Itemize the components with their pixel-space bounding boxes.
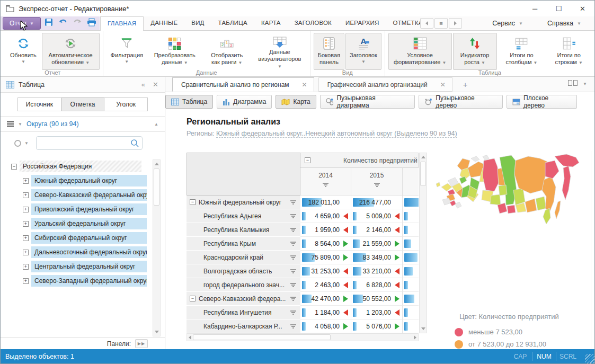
conditional-formatting-button[interactable]: Условное форматирование ▼: [388, 33, 452, 70]
filter-icon[interactable]: [290, 297, 296, 301]
maximize-icon[interactable]: ☐: [547, 1, 571, 16]
value-cell-2015[interactable]: 216 477,00: [351, 196, 403, 209]
tab-corner[interactable]: Уголок: [104, 97, 148, 111]
value-cell-2015[interactable]: 50 552,00: [351, 292, 403, 306]
filter-icon[interactable]: [290, 200, 296, 205]
scroll-down-icon[interactable]: [420, 325, 427, 333]
show-as-ranks-button[interactable]: 213 Отобразить как ранги ▼: [202, 33, 251, 70]
value-cell-partial[interactable]: [403, 306, 419, 319]
scroll-down-icon[interactable]: [153, 328, 160, 336]
view-table-button[interactable]: Таблица: [165, 95, 213, 109]
row-header-cell[interactable]: город федерального знач...: [187, 278, 300, 292]
scroll-up-icon[interactable]: [153, 160, 160, 168]
filter-icon[interactable]: [290, 310, 296, 315]
panels-expand-button[interactable]: ▶▶: [135, 339, 148, 348]
value-cell-2015[interactable]: 6 828,00: [351, 278, 403, 292]
table-row[interactable]: Кабардино-Балкарская Р...4 058,005 076,0…: [187, 319, 419, 333]
subtitle-link[interactable]: Южный федеральный округ..Ненецкий автоно…: [216, 130, 457, 138]
table-group-header[interactable]: − Количество предприятий: [300, 153, 419, 168]
value-cell-partial[interactable]: [403, 264, 419, 278]
value-cell-2015[interactable]: 2 146,00: [351, 223, 403, 237]
table-row[interactable]: Краснодарский край75 809,0083 349,00: [187, 251, 419, 264]
expand-icon[interactable]: +: [23, 207, 29, 212]
value-cell-2014[interactable]: 42 470,00: [300, 292, 351, 306]
row-header-cell[interactable]: Волгоградская область: [187, 264, 300, 278]
help-menu[interactable]: Справка▼: [547, 16, 581, 30]
print-button[interactable]: [87, 17, 96, 27]
column-header-2015[interactable]: 2015: [351, 168, 403, 196]
expand-icon[interactable]: +: [23, 178, 29, 184]
search-input[interactable]: [37, 137, 142, 149]
filter-icon[interactable]: [323, 183, 328, 187]
ribbon-tab-data[interactable]: ДАННЫЕ: [144, 16, 184, 30]
tree-item[interactable]: +Северо-Кавказский федеральный округ: [6, 188, 165, 202]
tab-scroll-right-button[interactable]: [449, 18, 462, 29]
expand-icon[interactable]: +: [23, 264, 29, 270]
value-cell-partial[interactable]: [403, 237, 419, 251]
table-row[interactable]: Республика Ингушетия1 184,001 203,00: [187, 306, 419, 319]
table-row[interactable]: город федерального знач...2 463,006 828,…: [187, 278, 419, 292]
auto-refresh-button[interactable]: Автоматическое обновление ▼: [42, 33, 100, 70]
tree-item[interactable]: −Российская Федерация: [6, 159, 165, 173]
view-bubble-chart-button[interactable]: Пузырьковая диаграмма: [320, 95, 415, 109]
value-cell-partial[interactable]: [403, 223, 419, 237]
table-row[interactable]: −Северо-Кавказский федера...42 470,0050 …: [187, 292, 419, 306]
transform-data-button[interactable]: Преобразовать данные ▼: [148, 33, 201, 70]
value-cell-partial[interactable]: [403, 319, 419, 333]
row-header-cell[interactable]: Республика Крым: [187, 237, 300, 251]
value-cell-2015[interactable]: 83 349,00: [351, 251, 403, 264]
row-totals-button[interactable]: Итоги по строкам ▼: [546, 33, 591, 70]
filter-icon[interactable]: [290, 324, 296, 329]
ribbon-tab-hierarchy[interactable]: ИЕРАРХИЯ: [339, 16, 386, 30]
filter-icon[interactable]: [290, 228, 296, 232]
expand-icon[interactable]: +: [23, 278, 29, 284]
value-cell-partial[interactable]: [403, 209, 419, 223]
view-bubble-tree-button[interactable]: Пузырьковое дерево: [419, 95, 503, 109]
row-header-cell[interactable]: Республика Калмыкия: [187, 223, 300, 237]
filter-icon[interactable]: [290, 269, 296, 273]
close-icon[interactable]: ✕: [571, 1, 594, 16]
growth-indicator-button[interactable]: Индикатор роста ▼: [453, 33, 497, 70]
row-header-cell[interactable]: Краснодарский край: [187, 251, 300, 264]
expand-icon[interactable]: +: [23, 192, 29, 198]
value-cell-2015[interactable]: 5 076,00: [351, 319, 403, 333]
value-cell-partial[interactable]: [403, 196, 419, 209]
new-tab-icon[interactable]: +: [463, 80, 468, 89]
filter-icon[interactable]: [290, 283, 296, 287]
row-header-cell[interactable]: Кабардино-Балкарская Р...: [187, 319, 300, 333]
value-cell-2015[interactable]: 5 009,00: [351, 209, 403, 223]
table-row[interactable]: −Южный федеральный округ182 011,00216 47…: [187, 196, 419, 209]
value-cell-2014[interactable]: 31 253,00: [300, 264, 351, 278]
view-flat-tree-button[interactable]: Плоское дерево: [507, 95, 577, 109]
column-header-2014[interactable]: 2014: [300, 168, 351, 196]
value-cell-partial[interactable]: [403, 251, 419, 264]
value-cell-partial[interactable]: [403, 292, 419, 306]
tree-item[interactable]: +Дальневосточный федеральный округ: [6, 245, 165, 259]
close-panel-icon[interactable]: ✕: [153, 81, 158, 88]
value-cell-2014[interactable]: 1 959,00: [300, 223, 351, 237]
value-cell-2015[interactable]: 33 210,00: [351, 264, 403, 278]
value-cell-2014[interactable]: 4 659,00: [300, 209, 351, 223]
ribbon-tab-view[interactable]: ВИД: [184, 16, 211, 30]
hamburger-icon[interactable]: [7, 121, 14, 127]
value-cell-2014[interactable]: 4 058,00: [300, 319, 351, 333]
expand-icon[interactable]: +: [23, 221, 29, 227]
filter-icon[interactable]: [374, 183, 380, 187]
tab-list-button[interactable]: ≡: [434, 18, 448, 29]
value-cell-2015[interactable]: 21 559,00: [351, 237, 403, 251]
filter-icon[interactable]: [290, 214, 296, 218]
row-header-cell[interactable]: Республика Адыгея: [187, 209, 300, 223]
view-map-button[interactable]: Карта: [276, 95, 316, 109]
collapse-panel-icon[interactable]: «: [141, 81, 145, 88]
chevron-down-icon[interactable]: ▼: [24, 141, 29, 146]
table-horizontal-scrollbar[interactable]: [187, 333, 419, 341]
value-cell-2015[interactable]: 1 203,00: [351, 306, 403, 319]
filter-icon[interactable]: [290, 242, 296, 246]
expand-icon[interactable]: +: [23, 250, 29, 255]
tree-item[interactable]: +Центральный федеральный округ: [6, 260, 165, 273]
row-header-cell[interactable]: −Северо-Кавказский федера...: [187, 292, 300, 306]
tree-item[interactable]: +Сибирский федеральный округ: [6, 231, 165, 245]
scroll-left-icon[interactable]: [189, 335, 191, 340]
table-row[interactable]: Республика Калмыкия1 959,002 146,00: [187, 223, 419, 237]
value-cell-2014[interactable]: 8 564,00: [300, 237, 351, 251]
